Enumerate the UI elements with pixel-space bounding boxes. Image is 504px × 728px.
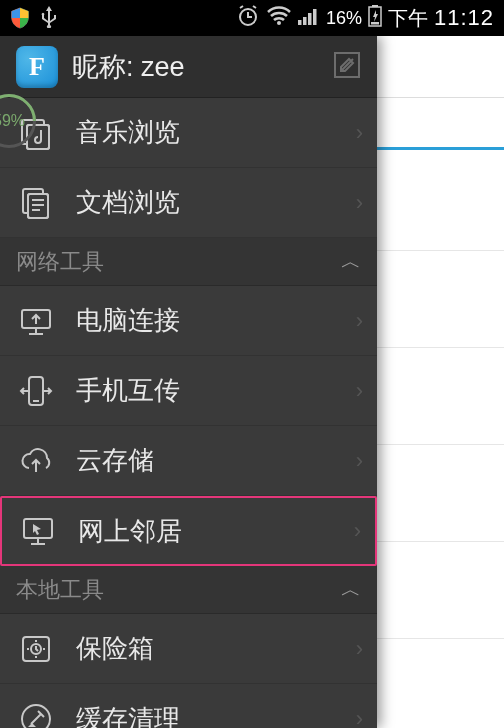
navigation-drawer: 59% F 昵称: zee 音乐浏览 › <box>0 36 377 728</box>
menu-label: 云存储 <box>76 443 154 478</box>
menu-label: 文档浏览 <box>76 185 180 220</box>
status-bar: 16% 下午 11:12 <box>0 0 504 36</box>
battery-icon <box>368 5 382 32</box>
menu-item-cache-clean[interactable]: 缓存清理 › <box>0 684 377 728</box>
chevron-right-icon: › <box>356 308 363 334</box>
clock-time: 11:12 <box>434 5 494 31</box>
alarm-icon <box>236 4 260 33</box>
menu-label: 音乐浏览 <box>76 115 180 150</box>
shield-icon <box>10 7 30 29</box>
section-network-tools[interactable]: 网络工具 ︿ <box>0 238 377 286</box>
wifi-icon <box>266 6 292 31</box>
cloud-upload-icon <box>18 443 54 479</box>
signal-icon <box>298 7 320 30</box>
svg-rect-3 <box>303 17 307 25</box>
menu-item-network-neighborhood[interactable]: 网上邻居 › <box>0 496 377 566</box>
section-local-tools[interactable]: 本地工具 ︿ <box>0 566 377 614</box>
app-logo-icon: F <box>16 46 58 88</box>
chevron-right-icon: › <box>356 190 363 216</box>
chevron-right-icon: › <box>354 518 361 544</box>
chevron-right-icon: › <box>356 448 363 474</box>
chevron-up-icon: ︿ <box>341 248 361 275</box>
document-icon <box>18 185 54 221</box>
nickname: 昵称: zee <box>72 49 319 85</box>
svg-rect-4 <box>308 13 312 25</box>
battery-percent: 16% <box>326 8 362 29</box>
svg-rect-8 <box>371 22 379 25</box>
section-label: 本地工具 <box>16 575 104 605</box>
chevron-up-icon: ︿ <box>341 576 361 603</box>
svg-point-36 <box>22 705 50 728</box>
chevron-right-icon: › <box>356 706 363 728</box>
svg-rect-2 <box>298 20 302 25</box>
chevron-right-icon: › <box>356 120 363 146</box>
menu-item-safe-box[interactable]: 保险箱 › <box>0 614 377 684</box>
menu-label: 缓存清理 <box>76 702 180 729</box>
progress-value: 59% <box>0 112 25 130</box>
menu-item-phone-transfer[interactable]: 手机互传 › <box>0 356 377 426</box>
svg-point-1 <box>277 21 281 25</box>
phone-transfer-icon <box>18 373 54 409</box>
nickname-value: zee <box>141 52 185 82</box>
menu-item-documents[interactable]: 文档浏览 › <box>0 168 377 238</box>
broom-icon <box>18 701 54 728</box>
menu-label: 电脑连接 <box>76 303 180 338</box>
usb-icon <box>40 4 58 33</box>
nickname-label: 昵称: <box>72 52 134 82</box>
svg-rect-5 <box>313 9 317 25</box>
edit-icon[interactable] <box>333 51 361 83</box>
section-label: 网络工具 <box>16 247 104 277</box>
menu-label: 保险箱 <box>76 631 154 666</box>
time-period: 下午 <box>388 5 428 32</box>
menu-label: 手机互传 <box>76 373 180 408</box>
monitor-cursor-icon <box>20 513 56 549</box>
menu-item-music[interactable]: 音乐浏览 › <box>0 98 377 168</box>
drawer-header[interactable]: F 昵称: zee <box>0 36 377 98</box>
safe-box-icon <box>18 631 54 667</box>
pc-connect-icon <box>18 303 54 339</box>
menu-item-pc-connect[interactable]: 电脑连接 › <box>0 286 377 356</box>
menu-label: 网上邻居 <box>78 514 182 549</box>
menu-item-cloud-storage[interactable]: 云存储 › <box>0 426 377 496</box>
chevron-right-icon: › <box>356 636 363 662</box>
chevron-right-icon: › <box>356 378 363 404</box>
